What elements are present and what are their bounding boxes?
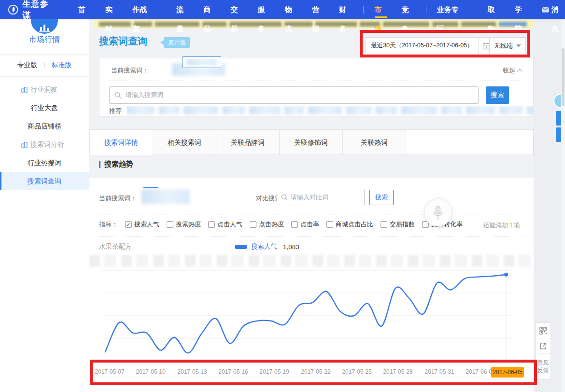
x-axis-labels: 2017-05-07 2017-05-10 2017-05-13 2017-05… xyxy=(89,367,534,378)
metric-click-heat[interactable]: 点击热度 xyxy=(250,220,284,229)
sidebar-title: 市场行情 xyxy=(0,35,89,45)
metric-search-heat[interactable]: 搜索热度 xyxy=(167,220,201,229)
divider xyxy=(0,54,89,55)
checkbox[interactable] xyxy=(291,221,298,228)
legend-metric-name[interactable]: 搜索人气 xyxy=(251,242,277,251)
tab-related-modifiers[interactable]: 关联修饰词 xyxy=(279,129,343,155)
compare-search-button[interactable]: 搜索 xyxy=(369,190,394,205)
sidebar: 市场行情 专业版 标准版 行业洞察 行业大盘 商品店铺榜 xyxy=(0,19,89,392)
collapse-label: 收起 xyxy=(503,66,515,75)
tab-standard-version[interactable]: 标准版 xyxy=(52,61,72,70)
nav-item-logistics[interactable]: 物流 xyxy=(285,0,298,19)
section-accent-bar xyxy=(99,161,100,168)
date-range-selector[interactable]: 最近30天（2017-05-07~2017-06-05） xyxy=(366,37,495,54)
keyword-search-input[interactable]: 请输入搜索词 xyxy=(109,86,479,104)
envelope-icon xyxy=(542,7,549,13)
collapse-toggle[interactable]: 收起 xyxy=(503,66,522,75)
checkbox[interactable] xyxy=(326,221,333,228)
nav-item-compete[interactable]: 竞争 xyxy=(401,0,415,19)
nav-item-finance[interactable]: 财务 xyxy=(339,0,353,19)
divider xyxy=(109,81,523,81)
nav-item-traffic[interactable]: 流量 xyxy=(176,0,190,19)
qr-code-icon xyxy=(539,327,547,335)
divider xyxy=(0,76,89,77)
x-tick: 2017-05-28 xyxy=(374,368,422,375)
feedback-button[interactable]: 意见反馈 xyxy=(536,354,551,379)
divider xyxy=(44,62,45,69)
search-icon xyxy=(114,92,122,99)
sidebar-menu: 行业洞察 行业大盘 商品店铺榜 搜索词分析 行业热搜词 搜索词查询 xyxy=(0,80,89,190)
qr-code-button[interactable] xyxy=(536,323,551,338)
tab-pro-version[interactable]: 专业版 xyxy=(17,61,38,70)
nav-item-bizzone[interactable]: 业务专区 xyxy=(437,0,464,19)
sidebar-item-keyword-query[interactable]: 搜索词查询 xyxy=(0,172,89,190)
sidebar-item-industry-board[interactable]: 行业大盘 xyxy=(0,98,89,117)
nav-divider xyxy=(363,6,364,14)
compass-logo-icon xyxy=(8,4,18,15)
nav-item-message[interactable]: 消息 xyxy=(542,0,565,19)
voice-assistant-button[interactable] xyxy=(424,198,452,226)
search-icon xyxy=(281,194,288,201)
nav-item-warroom[interactable]: 作战室 xyxy=(132,0,153,19)
series-search-popularity xyxy=(105,275,506,353)
divider xyxy=(99,237,524,237)
cumulative-badge: 累计值 xyxy=(164,37,190,48)
section-title: 搜索趋势 xyxy=(104,160,133,169)
nav-item-service[interactable]: 服务 xyxy=(258,0,271,19)
nav-item-data[interactable]: 取数 xyxy=(488,0,501,19)
checkbox[interactable] xyxy=(167,221,173,228)
compare-input[interactable]: 请输入对比词 xyxy=(277,190,365,205)
microphone-icon xyxy=(433,206,443,219)
query-panel: 当前搜索词： 收起 请输入搜索词 搜索 推荐 xyxy=(99,58,534,117)
nav-item-home[interactable]: 首页 xyxy=(78,0,92,19)
nav-item-academy[interactable]: 学院 xyxy=(515,0,528,19)
nav-item-goods[interactable]: 商品 xyxy=(203,0,217,19)
tab-keyword-detail[interactable]: 搜索词详情 xyxy=(89,129,153,155)
scrollbar-thumb[interactable] xyxy=(562,48,565,106)
nav-item-marketing[interactable]: 营销 xyxy=(312,0,325,19)
metrics-label: 指标： xyxy=(99,220,118,229)
checkbox-checked[interactable]: ✓ xyxy=(125,221,132,228)
tab-related-keywords[interactable]: 相关搜索词 xyxy=(153,129,216,155)
metric-click-popularity[interactable]: 点击人气 xyxy=(208,220,242,229)
version-tabs: 专业版 标准版 xyxy=(0,61,89,70)
sidebar-group-label: 搜索词分析 xyxy=(30,135,64,154)
metric-click-rate[interactable]: 点击率 xyxy=(291,220,319,229)
tab-related-brands[interactable]: 关联品牌词 xyxy=(216,129,280,155)
search-placeholder: 请输入搜索词 xyxy=(126,91,163,99)
current-keyword-label: 当前搜索词： xyxy=(99,194,137,203)
sidebar-item-hot-keywords[interactable]: 行业热搜词 xyxy=(0,154,89,172)
sidebar-group-industry-insight: 行业洞察 xyxy=(0,80,89,98)
share-button[interactable] xyxy=(536,338,551,354)
current-keyword-blurred xyxy=(141,189,190,204)
legend-keyword: 水果茶配方 xyxy=(99,242,167,251)
checkbox[interactable] xyxy=(208,221,215,228)
nav-item-trade[interactable]: 交易 xyxy=(230,0,244,19)
nav-divider xyxy=(426,6,426,14)
legend-line-marker xyxy=(235,245,247,249)
building-icon xyxy=(21,86,28,93)
last-point-dot xyxy=(504,273,508,277)
recommend-label: 推荐 xyxy=(109,107,122,115)
checkbox[interactable] xyxy=(250,221,256,228)
trend-line-chart[interactable] xyxy=(89,265,534,366)
metric-search-popularity[interactable]: ✓ 搜索人气 xyxy=(125,220,159,229)
metric-trade-index[interactable]: 交易指数 xyxy=(381,220,415,229)
sidebar-group-keyword-analysis: 搜索词分析 xyxy=(0,135,89,154)
nav-item-realtime[interactable]: 实时 xyxy=(105,0,119,19)
nav-item-market[interactable]: 市场 xyxy=(374,0,388,19)
checkbox[interactable] xyxy=(381,221,387,228)
terminal-dropdown[interactable]: 无线端 xyxy=(489,37,526,54)
search-button[interactable]: 搜索 xyxy=(486,86,509,104)
tabs-filler xyxy=(406,129,534,155)
legend-metric-value: 1,083 xyxy=(283,243,299,251)
terminal-value: 无线端 xyxy=(494,42,513,50)
keyword-underline-accent xyxy=(143,187,158,188)
tab-related-hotwords[interactable]: 关联热词 xyxy=(342,129,406,155)
top-navbar: 生意参谋 首页 实时 作战室 流量 商品 交易 服务 物流 营销 财务 市场 竞… xyxy=(0,0,565,19)
logo[interactable]: 生意参谋 xyxy=(8,0,55,21)
metric-mall-click-share[interactable]: 商城点击占比 xyxy=(326,220,373,229)
app-root: 生意参谋 首页 实时 作战室 流量 商品 交易 服务 物流 营销 财务 市场 竞… xyxy=(0,0,565,392)
sidebar-item-shop-ranking[interactable]: 商品店铺榜 xyxy=(0,117,89,135)
scrollbar[interactable] xyxy=(561,19,565,392)
